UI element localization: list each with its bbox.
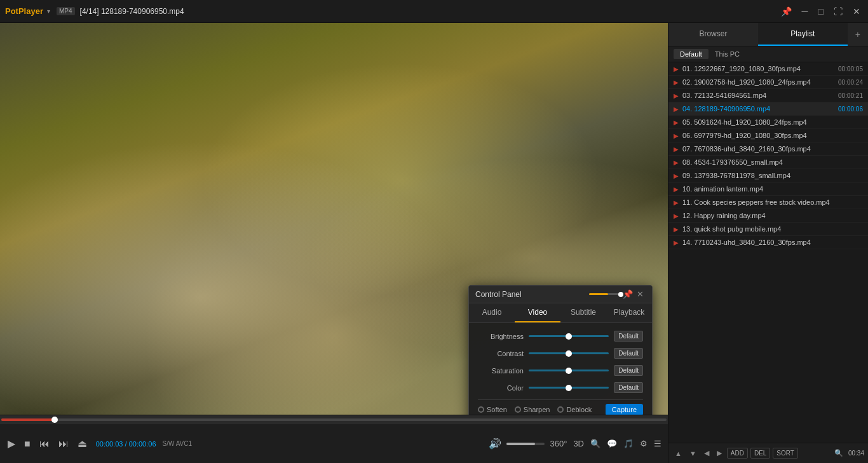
playlist[interactable]: ▶01. 12922667_1920_1080_30fps.mp400:00:0…: [668, 62, 868, 443]
pin-button[interactable]: 📌: [778, 5, 794, 18]
playlist-item-12[interactable]: ▶12. Happy raining day.mp4: [668, 209, 868, 223]
menu-button[interactable]: ☰: [653, 438, 663, 450]
360-button[interactable]: 360°: [548, 438, 568, 450]
restore-button[interactable]: □: [816, 5, 826, 18]
playlist-item-9[interactable]: ▶09. 137938-767811978_small.mp4: [668, 169, 868, 183]
seekbar-track[interactable]: [1, 418, 667, 421]
close-button[interactable]: ✕: [850, 5, 863, 18]
sharpen-filter[interactable]: Sharpen: [515, 406, 550, 413]
playlist-item-13[interactable]: ▶13. quick shot pubg mobile.mp4: [668, 223, 868, 236]
pf-sort-btn[interactable]: SORT: [773, 448, 798, 459]
pf-search-area: 🔍 00:34: [832, 448, 864, 459]
sidebar-tab-browser[interactable]: Browser: [668, 23, 758, 46]
playlist-item-name: 11. Cook species peppers free stock vide…: [682, 198, 859, 206]
capture-button[interactable]: Capture: [606, 404, 643, 415]
pf-search-icon[interactable]: 🔍: [832, 448, 846, 459]
pf-add-btn[interactable]: ADD: [727, 448, 748, 459]
playlist-item-11[interactable]: ▶11. Cook species peppers free stock vid…: [668, 196, 868, 209]
playlist-item-name: 12. Happy raining day.mp4: [682, 212, 859, 219]
soften-radio[interactable]: [478, 406, 484, 413]
brightness-slider[interactable]: [529, 332, 609, 341]
playlist-item-icon: ▶: [674, 226, 679, 233]
3d-button[interactable]: 3D: [572, 438, 585, 450]
maximize-button[interactable]: ⛶: [831, 5, 845, 18]
volume-icon[interactable]: 🔊: [486, 436, 504, 451]
playlist-item-duration: 00:00:05: [838, 66, 863, 73]
format-badge: MP4: [57, 7, 75, 15]
sharpen-radio[interactable]: [515, 406, 521, 413]
volume-area: 🔊: [486, 436, 545, 451]
app-dropdown-arrow[interactable]: ▾: [47, 8, 50, 15]
pf-left-btn[interactable]: ◀: [702, 448, 712, 459]
playlist-item-10[interactable]: ▶10. animation lantern.mp4: [668, 183, 868, 196]
cp-volume-slider[interactable]: [589, 293, 621, 295]
pf-del-btn[interactable]: DEL: [750, 448, 770, 459]
brightness-default-button[interactable]: Default: [614, 331, 643, 342]
playlist-item-name: 13. quick shot pubg mobile.mp4: [682, 225, 859, 233]
player-controls: ▶ ■ ⏮ ⏭ ⏏ 00:00:03 / 00:00:06 S/W AVC1 🔊: [0, 415, 668, 463]
sidebar-tab-playlist[interactable]: Playlist: [758, 23, 848, 46]
playlist-item-3[interactable]: ▶03. 72132-541694561.mp400:00:21: [668, 89, 868, 102]
prev-button[interactable]: ⏮: [37, 437, 52, 451]
playlist-item-name: 09. 137938-767811978_small.mp4: [682, 172, 859, 179]
playlist-item-1[interactable]: ▶01. 12922667_1920_1080_30fps.mp400:00:0…: [668, 62, 868, 76]
playlist-item-14[interactable]: ▶14. 7710243-uhd_3840_2160_30fps.mp4: [668, 236, 868, 249]
cp-title: Control Panel: [475, 290, 589, 299]
playlist-item-8[interactable]: ▶08. 4534-179376550_small.mp4: [668, 156, 868, 169]
sidebar-tab-add[interactable]: +: [848, 23, 868, 46]
volume-track[interactable]: [506, 443, 545, 445]
playlist-item-name: 02. 19002758-hd_1920_1080_24fps.mp4: [682, 78, 834, 86]
subtitles-button[interactable]: 💬: [606, 438, 618, 450]
next-button[interactable]: ⏭: [56, 437, 71, 451]
playlist-item-4[interactable]: ▶04. 128189-740906950.mp400:00:06: [668, 102, 868, 116]
zoom-button[interactable]: 🔍: [589, 438, 602, 450]
playlist-item-icon: ▶: [674, 146, 679, 153]
contrast-default-button[interactable]: Default: [614, 348, 643, 359]
volume-fill: [506, 443, 535, 445]
pf-down-btn[interactable]: ▼: [687, 448, 699, 459]
playlist-item-2[interactable]: ▶02. 19002758-hd_1920_1080_24fps.mp400:0…: [668, 76, 868, 89]
deblock-radio[interactable]: [557, 406, 564, 413]
cp-tab-subtitle[interactable]: Subtitle: [560, 303, 606, 322]
playlist-item-duration: 00:00:21: [838, 92, 863, 99]
codec-label: AVC1: [176, 440, 192, 447]
deblock-filter[interactable]: Deblock: [557, 406, 592, 413]
contrast-slider[interactable]: [529, 349, 609, 358]
playlist-thispc-btn[interactable]: This PC: [709, 49, 746, 59]
play-button[interactable]: ▶: [5, 436, 18, 451]
minimize-button[interactable]: ─: [799, 5, 811, 18]
saturation-slider[interactable]: [529, 366, 609, 375]
open-button[interactable]: ⏏: [75, 436, 90, 451]
cp-tabs: Audio Video Subtitle Playback: [469, 303, 652, 323]
soften-filter[interactable]: Soften: [478, 406, 507, 413]
pf-right-btn[interactable]: ▶: [714, 448, 724, 459]
pf-up-btn[interactable]: ▲: [672, 448, 684, 459]
playlist-item-5[interactable]: ▶05. 5091624-hd_1920_1080_24fps.mp4: [668, 116, 868, 129]
seekbar-thumb: [51, 417, 58, 423]
seekbar-container[interactable]: [0, 415, 668, 424]
video-container[interactable]: Control Panel 📌 ✕ Audio Video Subtitle P…: [0, 23, 668, 415]
cp-close-button[interactable]: ✕: [635, 289, 646, 299]
color-slider[interactable]: [529, 384, 609, 392]
playlist-item-icon: ▶: [674, 66, 679, 73]
playlist-item-name: 10. animation lantern.mp4: [682, 185, 859, 193]
cp-tab-video[interactable]: Video: [515, 303, 560, 322]
control-panel: Control Panel 📌 ✕ Audio Video Subtitle P…: [468, 285, 653, 415]
playlist-item-name: 07. 7670836-uhd_3840_2160_30fps.mp4: [682, 145, 859, 153]
stop-button[interactable]: ■: [22, 437, 33, 451]
color-thumb: [566, 385, 572, 391]
brightness-row: Brightness Default: [478, 331, 643, 342]
playlist-item-6[interactable]: ▶06. 6977979-hd_1920_1080_30fps.mp4: [668, 129, 868, 142]
cp-tab-audio[interactable]: Audio: [469, 303, 515, 322]
color-default-button[interactable]: Default: [614, 382, 643, 393]
sharpen-label: Sharpen: [524, 406, 550, 413]
playlist-default-btn[interactable]: Default: [674, 49, 709, 59]
playlist-item-icon: ▶: [674, 186, 679, 193]
saturation-default-button[interactable]: Default: [614, 365, 643, 376]
playlist-item-7[interactable]: ▶07. 7670836-uhd_3840_2160_30fps.mp4: [668, 142, 868, 156]
soften-label: Soften: [487, 406, 507, 413]
playlist-item-icon: ▶: [674, 159, 679, 166]
eq-button[interactable]: 🎵: [622, 438, 635, 450]
cp-tab-playback[interactable]: Playback: [606, 303, 652, 322]
settings-button[interactable]: ⚙: [639, 438, 649, 450]
